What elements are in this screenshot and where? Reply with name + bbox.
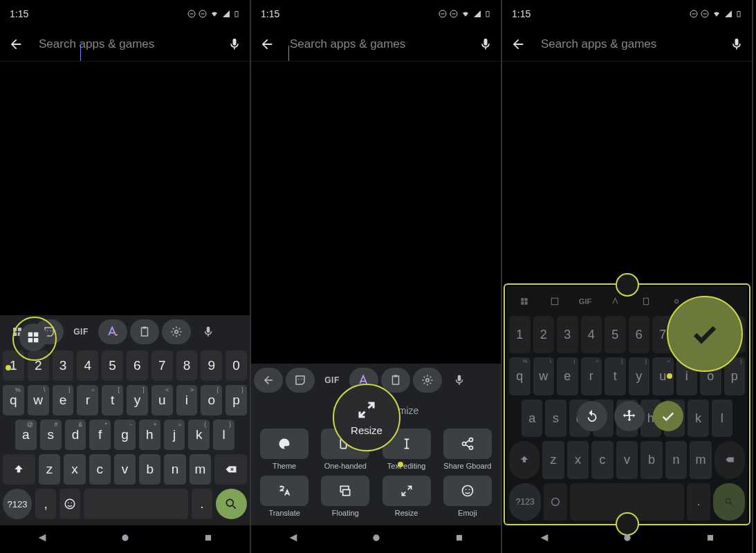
- key[interactable]: j=: [164, 420, 185, 450]
- key[interactable]: e|: [53, 385, 74, 415]
- key[interactable]: o{: [201, 385, 222, 415]
- key[interactable]: t[: [102, 385, 123, 415]
- symbols-key[interactable]: ?123: [3, 489, 32, 519]
- key[interactable]: 5: [102, 350, 123, 381]
- nav-home-icon[interactable]: [371, 533, 381, 545]
- settings-icon[interactable]: [413, 368, 442, 393]
- period-key[interactable]: .: [192, 489, 212, 519]
- option-share[interactable]: Share Gboard: [440, 429, 495, 470]
- option-resize[interactable]: Resize: [379, 476, 434, 517]
- dnd-icon: [187, 10, 196, 18]
- search-key[interactable]: [216, 489, 247, 519]
- svg-rect-23: [487, 11, 488, 12]
- svg-point-28: [426, 379, 430, 382]
- nav-recent-icon[interactable]: [706, 533, 715, 545]
- kb-row-bottom: ?123 , .: [0, 487, 250, 521]
- nav-home-icon[interactable]: [623, 533, 632, 545]
- key[interactable]: s#: [40, 420, 62, 450]
- comma-key[interactable]: ,: [35, 489, 56, 519]
- option-emoji[interactable]: Emoji: [440, 476, 495, 517]
- nav-back-icon[interactable]: [288, 532, 299, 546]
- key[interactable]: 4: [77, 350, 98, 381]
- mic-icon[interactable]: [730, 37, 744, 51]
- settings-icon[interactable]: [162, 319, 191, 344]
- option-translate[interactable]: Translate: [257, 476, 312, 517]
- key[interactable]: x: [64, 454, 85, 485]
- emoji-key[interactable]: [59, 489, 80, 519]
- key[interactable]: m: [190, 454, 211, 485]
- key[interactable]: r=: [77, 385, 98, 415]
- key[interactable]: z: [39, 454, 60, 485]
- kb-row-num: 1 2 3 4 5 6 7 8 9 0: [0, 348, 250, 383]
- options-back-icon[interactable]: [254, 368, 283, 393]
- key[interactable]: l): [213, 420, 234, 450]
- svg-point-43: [469, 489, 470, 491]
- resize-highlight-bubble: Resize: [333, 384, 400, 451]
- nav-recent-icon[interactable]: [203, 533, 213, 545]
- search-input[interactable]: [288, 37, 465, 52]
- key[interactable]: 8: [176, 350, 198, 381]
- search-input[interactable]: [540, 37, 716, 52]
- key[interactable]: 6: [127, 350, 148, 381]
- key[interactable]: 3: [53, 350, 74, 381]
- key[interactable]: k(: [188, 420, 210, 450]
- back-icon[interactable]: [8, 37, 24, 52]
- key[interactable]: g-: [114, 420, 136, 450]
- font-icon[interactable]: [98, 319, 127, 344]
- svg-point-36: [469, 438, 472, 442]
- voice-input-icon[interactable]: [445, 368, 474, 393]
- svg-rect-26: [393, 376, 399, 384]
- sticker-icon[interactable]: [286, 368, 315, 393]
- highlight-done-check: [667, 296, 743, 372]
- screen-1: 1:15 GIF 1: [0, 0, 251, 553]
- backspace-key[interactable]: [214, 454, 247, 485]
- nav-recent-icon[interactable]: [454, 533, 464, 545]
- apps-icon-zoom[interactable]: [19, 324, 47, 351]
- key[interactable]: v: [114, 454, 136, 485]
- gif-button[interactable]: GIF: [66, 319, 95, 344]
- signal-icon: [222, 10, 230, 18]
- mic-icon[interactable]: [479, 37, 492, 51]
- key[interactable]: b: [139, 454, 160, 485]
- key[interactable]: c: [89, 454, 111, 485]
- clipboard-icon[interactable]: [130, 319, 159, 344]
- key[interactable]: d&: [65, 420, 86, 450]
- key[interactable]: a@: [15, 420, 37, 450]
- space-key[interactable]: [84, 489, 187, 519]
- key[interactable]: i>: [176, 385, 198, 415]
- shift-key[interactable]: [3, 454, 35, 485]
- svg-point-6: [47, 330, 48, 332]
- kb-row-qwerty: q% w\ e| r= t[ y] u< i> o{ p}: [0, 383, 250, 418]
- key[interactable]: q%: [3, 385, 24, 415]
- key[interactable]: 7: [151, 350, 173, 381]
- dnd-icon: [690, 10, 698, 18]
- key[interactable]: 9: [201, 350, 222, 381]
- key[interactable]: y]: [127, 385, 148, 415]
- key[interactable]: f*: [89, 420, 111, 450]
- back-icon[interactable]: [510, 37, 526, 52]
- nav-back-icon[interactable]: [37, 532, 48, 546]
- key[interactable]: p}: [225, 385, 247, 415]
- key[interactable]: n: [164, 454, 185, 485]
- wifi-icon: [712, 10, 721, 18]
- status-time: 1:15: [512, 8, 531, 19]
- key[interactable]: 1: [3, 350, 24, 381]
- mic-icon[interactable]: [228, 37, 241, 51]
- key[interactable]: w\: [28, 385, 49, 415]
- search-input[interactable]: [37, 37, 214, 52]
- resize-handle-top[interactable]: [616, 273, 639, 297]
- key[interactable]: u<: [151, 385, 173, 415]
- svg-line-15: [233, 506, 236, 509]
- voice-input-icon[interactable]: [194, 319, 223, 344]
- key[interactable]: 2: [28, 350, 49, 381]
- nav-home-icon[interactable]: [120, 533, 130, 545]
- svg-rect-51: [738, 11, 739, 12]
- option-theme[interactable]: Theme: [257, 429, 312, 470]
- back-icon[interactable]: [259, 37, 275, 52]
- key[interactable]: h+: [139, 420, 160, 450]
- gif-button[interactable]: GIF: [317, 368, 347, 393]
- option-floating[interactable]: Floating: [317, 476, 373, 517]
- key[interactable]: 0: [225, 350, 247, 381]
- nav-back-icon[interactable]: [539, 532, 550, 546]
- svg-rect-9: [143, 327, 147, 329]
